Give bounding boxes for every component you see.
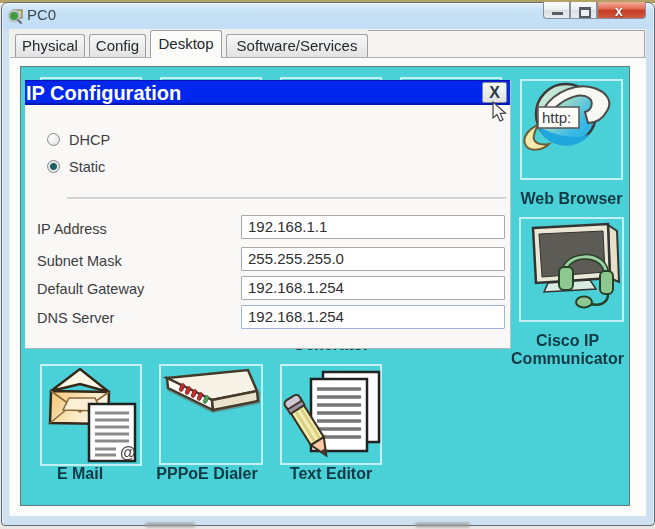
svg-text:http:: http:	[542, 109, 571, 126]
svg-text:@: @	[120, 444, 136, 461]
